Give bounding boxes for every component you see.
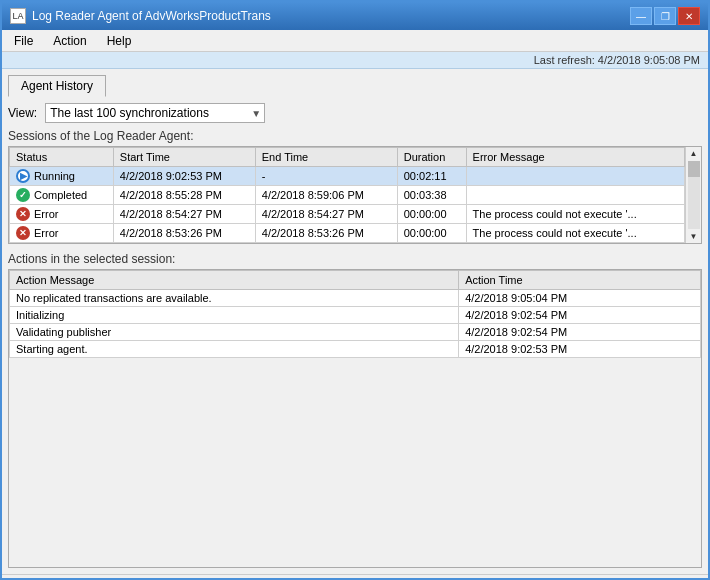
actions-cell-time: 4/2/2018 9:05:04 PM: [459, 290, 701, 307]
minimize-button[interactable]: —: [630, 7, 652, 25]
actions-row-2[interactable]: Validating publisher 4/2/2018 9:02:54 PM: [10, 324, 701, 341]
sessions-cell-end-time: -: [255, 167, 397, 186]
actions-cell-time: 4/2/2018 9:02:54 PM: [459, 307, 701, 324]
tab-agent-history[interactable]: Agent History: [8, 75, 106, 97]
sessions-col-error-message: Error Message: [466, 148, 684, 167]
actions-header-row: Action Message Action Time: [10, 271, 701, 290]
actions-row-3[interactable]: Starting agent. 4/2/2018 9:02:53 PM: [10, 341, 701, 358]
menu-help[interactable]: Help: [99, 32, 140, 50]
sessions-col-status: Status: [10, 148, 114, 167]
last-refresh-status: Last refresh: 4/2/2018 9:05:08 PM: [2, 52, 708, 69]
actions-cell-message: Starting agent.: [10, 341, 459, 358]
tab-bar: Agent History: [8, 75, 702, 97]
title-controls: — ❐ ✕: [630, 7, 700, 25]
sessions-col-end-time: End Time: [255, 148, 397, 167]
status-running-icon: ▶: [16, 169, 30, 183]
sessions-table: Status Start Time End Time Duration Erro…: [9, 147, 685, 243]
sessions-cell-error: [466, 186, 684, 205]
sessions-cell-end-time: 4/2/2018 8:59:06 PM: [255, 186, 397, 205]
actions-cell-message: Initializing: [10, 307, 459, 324]
actions-table: Action Message Action Time No replicated…: [9, 270, 701, 358]
actions-cell-time: 4/2/2018 9:02:54 PM: [459, 324, 701, 341]
sessions-col-duration: Duration: [397, 148, 466, 167]
sessions-cell-duration: 00:02:11: [397, 167, 466, 186]
actions-row-0[interactable]: No replicated transactions are available…: [10, 290, 701, 307]
sessions-section-label: Sessions of the Log Reader Agent:: [8, 129, 702, 143]
sessions-col-start-time: Start Time: [113, 148, 255, 167]
restore-button[interactable]: ❐: [654, 7, 676, 25]
title-bar-left: LA Log Reader Agent of AdvWorksProductTr…: [10, 8, 271, 24]
sessions-row-3[interactable]: ✕Error 4/2/2018 8:53:26 PM 4/2/2018 8:53…: [10, 224, 685, 243]
sessions-row-0[interactable]: ▶Running 4/2/2018 9:02:53 PM - 00:02:11: [10, 167, 685, 186]
sessions-cell-start-time: 4/2/2018 9:02:53 PM: [113, 167, 255, 186]
sessions-scroll-up-button[interactable]: ▲: [690, 148, 698, 159]
sessions-cell-error: The process could not execute '...: [466, 205, 684, 224]
window-icon: LA: [10, 8, 26, 24]
menu-action[interactable]: Action: [45, 32, 94, 50]
actions-section-label: Actions in the selected session:: [8, 252, 702, 266]
sessions-row-2[interactable]: ✕Error 4/2/2018 8:54:27 PM 4/2/2018 8:54…: [10, 205, 685, 224]
content-area: Agent History View: The last 100 synchro…: [2, 69, 708, 574]
sessions-cell-start-time: 4/2/2018 8:54:27 PM: [113, 205, 255, 224]
actions-tbody: No replicated transactions are available…: [10, 290, 701, 358]
sessions-scroll-thumb: [688, 161, 700, 177]
sessions-cell-end-time: 4/2/2018 8:53:26 PM: [255, 224, 397, 243]
status-completed-icon: ✓: [16, 188, 30, 202]
sessions-cell-duration: 00:00:00: [397, 224, 466, 243]
sessions-cell-status: ✓Completed: [10, 186, 114, 205]
actions-col-time: Action Time: [459, 271, 701, 290]
window-title: Log Reader Agent of AdvWorksProductTrans: [32, 9, 271, 23]
actions-col-message: Action Message: [10, 271, 459, 290]
actions-cell-message: No replicated transactions are available…: [10, 290, 459, 307]
actions-cell-time: 4/2/2018 9:02:53 PM: [459, 341, 701, 358]
sessions-scroll-track: [688, 161, 700, 229]
status-error-icon: ✕: [16, 207, 30, 221]
sessions-scroll-down-button[interactable]: ▼: [690, 231, 698, 242]
menu-file[interactable]: File: [6, 32, 41, 50]
window-bottom-border: [2, 574, 708, 578]
close-button[interactable]: ✕: [678, 7, 700, 25]
sessions-header-row: Status Start Time End Time Duration Erro…: [10, 148, 685, 167]
view-label: View:: [8, 106, 37, 120]
sessions-cell-status: ▶Running: [10, 167, 114, 186]
sessions-cell-start-time: 4/2/2018 8:55:28 PM: [113, 186, 255, 205]
actions-cell-message: Validating publisher: [10, 324, 459, 341]
title-bar: LA Log Reader Agent of AdvWorksProductTr…: [2, 2, 708, 30]
status-error-icon: ✕: [16, 226, 30, 240]
view-select[interactable]: The last 100 synchronizations The last 5…: [45, 103, 265, 123]
actions-table-container: Action Message Action Time No replicated…: [8, 269, 702, 568]
sessions-cell-duration: 00:03:38: [397, 186, 466, 205]
actions-row-1[interactable]: Initializing 4/2/2018 9:02:54 PM: [10, 307, 701, 324]
sessions-cell-end-time: 4/2/2018 8:54:27 PM: [255, 205, 397, 224]
menu-bar: File Action Help: [2, 30, 708, 52]
sessions-scrollbar[interactable]: ▲ ▼: [685, 147, 701, 243]
sessions-table-outer: Status Start Time End Time Duration Erro…: [8, 146, 702, 244]
sessions-cell-error: [466, 167, 684, 186]
view-row: View: The last 100 synchronizations The …: [8, 103, 702, 123]
sessions-cell-error: The process could not execute '...: [466, 224, 684, 243]
view-select-wrapper: The last 100 synchronizations The last 5…: [45, 103, 265, 123]
sessions-row-1[interactable]: ✓Completed 4/2/2018 8:55:28 PM 4/2/2018 …: [10, 186, 685, 205]
sessions-cell-duration: 00:00:00: [397, 205, 466, 224]
sessions-cell-status: ✕Error: [10, 205, 114, 224]
sessions-tbody: ▶Running 4/2/2018 9:02:53 PM - 00:02:11 …: [10, 167, 685, 243]
actions-section: Actions in the selected session: Action …: [8, 252, 702, 568]
sessions-cell-start-time: 4/2/2018 8:53:26 PM: [113, 224, 255, 243]
main-window: LA Log Reader Agent of AdvWorksProductTr…: [0, 0, 710, 580]
sessions-cell-status: ✕Error: [10, 224, 114, 243]
